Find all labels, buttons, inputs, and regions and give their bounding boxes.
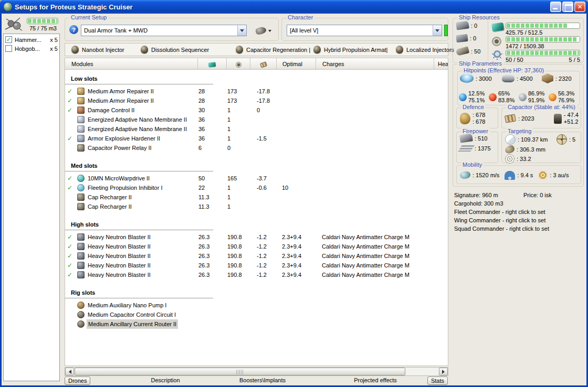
scrollbar-thumb[interactable]	[75, 368, 405, 375]
subsystem-item[interactable]: Nanobot Injector	[71, 46, 124, 53]
module-row[interactable]: Medium Auxiliary Nano Pump I	[65, 300, 448, 310]
module-powergrid: 190.8	[227, 251, 242, 261]
module-row[interactable]: ✓Heavy Neutron Blaster II26.3190.8-1.22.…	[65, 261, 448, 270]
module-row[interactable]: ✓Medium Armor Repairer II28173-17.8	[65, 87, 448, 96]
module-powergrid: 1	[227, 134, 230, 143]
kinetic-resist-icon	[519, 93, 527, 101]
module-powergrid: 0	[227, 143, 230, 153]
setup-combobox[interactable]: Dual Armor Tank + MWD	[81, 25, 247, 36]
hitpoints-group: Hitpoints (Effective HP: 37,360) : 3000:…	[457, 71, 580, 105]
blaster-icon	[77, 271, 85, 278]
module-name: Fleeting Propulsion Inhibitor I	[88, 183, 162, 192]
max-velocity: : 1520 m/s	[472, 172, 499, 178]
fitted-check-icon: ✓	[67, 251, 72, 261]
combobox-arrow-icon[interactable]	[433, 25, 442, 36]
setup-combobox-value: Dual Armor Tank + MWD	[81, 27, 237, 34]
shield-hp-icon	[460, 74, 474, 83]
blaster-icon	[77, 252, 85, 260]
module-row[interactable]: ✓Fleeting Propulsion Inhibitor I221-0.61…	[65, 183, 448, 192]
drone-list-item[interactable]: Hobgob...x 5	[4, 44, 59, 53]
cap-power-relay-icon	[77, 144, 85, 152]
maximize-button[interactable]	[562, 2, 573, 12]
resource-used-total: 425.75 / 512.5	[506, 29, 542, 36]
module-row[interactable]: Cap Recharger II11.31	[65, 192, 448, 202]
tab-projected-effects[interactable]: Projected effects	[354, 377, 397, 383]
tab-description[interactable]: Description	[151, 377, 180, 383]
fitted-check-icon: ✓	[67, 174, 72, 183]
module-name: Medium Ancillary Current Router II	[87, 319, 178, 329]
module-row[interactable]: Capacitor Power Relay II60	[65, 143, 448, 153]
module-row[interactable]: ✓Armor Explosive Hardener II361-1.5	[65, 134, 448, 143]
thermal-resist-icon	[549, 93, 556, 101]
minimize-button[interactable]	[550, 2, 561, 12]
fitted-check-icon: ✓	[67, 232, 72, 242]
drone-list-item[interactable]: ✓Hammer...x 5	[4, 35, 59, 44]
resist-values: 65%83.8%	[498, 90, 514, 104]
character-combobox[interactable]: [All level V]	[287, 25, 442, 36]
module-cpu: 26.3	[198, 261, 209, 270]
module-row[interactable]: ✓Heavy Neutron Blaster II26.3190.8-1.22.…	[65, 232, 448, 242]
module-row[interactable]: ✓Heavy Neutron Blaster II26.3190.8-1.22.…	[65, 270, 448, 280]
module-row[interactable]: ✓Heavy Neutron Blaster II26.3190.8-1.22.…	[65, 242, 448, 251]
module-row[interactable]: Medium Capacitor Control Circuit I	[65, 310, 448, 319]
armor-resist: 91.9%	[528, 97, 544, 104]
resource-slot-value: : 0	[471, 23, 477, 29]
module-row[interactable]: Medium Ancillary Current Router II	[65, 319, 448, 329]
module-row[interactable]: ✓Damage Control II3010	[65, 105, 448, 115]
drone-checkbox[interactable]: ✓	[5, 36, 12, 43]
subsystem-name: Localized Injectors	[406, 47, 454, 53]
close-button[interactable]: ✕	[574, 2, 585, 12]
drone-list[interactable]: ✓Hammer...x 5Hobgob...x 5	[3, 34, 60, 381]
structure-hp-icon	[542, 73, 553, 83]
hitpoint-value: : 3000	[476, 76, 492, 82]
subsystem-item[interactable]: Dissolution Sequencer	[141, 46, 209, 53]
capacitor-peak-minus: - 47.4	[564, 112, 579, 119]
drone-checkbox[interactable]	[5, 45, 12, 52]
drone-bay-panel: 75 / 75 m3 ✓Hammer...x 5Hobgob...x 5	[2, 14, 61, 385]
slot-section: Rig slotsMedium Auxiliary Nano Pump IMed…	[65, 288, 448, 329]
scroll-right-button[interactable]	[439, 368, 448, 375]
ship-resources-group: Ship Resources : 0: 0: 50 425.75 / 512.5…	[453, 18, 584, 63]
squad-commander-setting[interactable]: Squad Commander - right click to set	[454, 224, 582, 233]
module-row[interactable]: ✓10MN MicroWarpdrive II50165-3.7	[65, 174, 448, 183]
subsystem-toolbar: Nanobot InjectorDissolution SequencerCap…	[65, 43, 448, 56]
fitted-check-icon: ✓	[67, 105, 72, 115]
charges-column-header: Charges	[316, 58, 434, 70]
volley-value: : 510	[475, 135, 487, 142]
module-charge: Caldari Navy Antimatter Charge M	[322, 261, 410, 270]
subsystem-item[interactable]: Localized Injectors	[396, 46, 454, 53]
slot-section-rows: ✓10MN MicroWarpdrive II50165-3.7✓Fleetin…	[65, 174, 448, 211]
module-charge: Caldari Navy Antimatter Charge M	[322, 232, 410, 242]
dps-icon	[458, 145, 474, 152]
armor-resist: 83.8%	[498, 97, 514, 104]
resist-values: 56.3%76.9%	[558, 90, 574, 104]
module-row[interactable]: Cap Recharger II11.31	[65, 202, 448, 211]
prop-inhibitor-icon	[77, 184, 85, 191]
tab-drones[interactable]: Drones	[65, 377, 90, 385]
module-cpu: 36	[198, 115, 205, 124]
scroll-left-button[interactable]	[65, 368, 74, 375]
combobox-arrow-icon[interactable]	[237, 25, 246, 36]
module-row[interactable]: Energized Adaptive Nano Membrane II361	[65, 115, 448, 124]
module-row[interactable]: ✓Heavy Neutron Blaster II26.3190.8-1.22.…	[65, 251, 448, 261]
resist-group: 86.9%91.9%	[519, 90, 549, 104]
module-row[interactable]: Energized Adaptive Nano Membrane II361	[65, 124, 448, 134]
ship-menu-button[interactable]	[253, 25, 274, 36]
module-row[interactable]: ✓Medium Armor Repairer II28173-17.8	[65, 96, 448, 105]
subsystem-name: Hybrid Propulsion Armat|	[324, 47, 387, 53]
fleet-commander-setting[interactable]: Fleet Commander - right click to set	[454, 208, 582, 216]
subsystem-icon	[236, 46, 243, 53]
drone-bay-icon	[4, 17, 24, 33]
module-optimal: 2.3+9.4	[282, 251, 301, 261]
tab-stats[interactable]: Stats	[427, 377, 448, 385]
tab-boosters-implants[interactable]: Boosters\Implants	[239, 377, 286, 383]
calibration-icon	[456, 46, 469, 56]
subsystem-item[interactable]: Capacitor Regeneration |	[236, 46, 310, 53]
current-setup-group: Current Setup ? Dual Armor Tank + MWD	[65, 18, 279, 41]
wing-commander-setting[interactable]: Wing Commander - right click to set	[454, 216, 582, 224]
horizontal-scrollbar[interactable]	[65, 367, 448, 376]
module-powergrid: 1	[227, 115, 230, 124]
subsystem-item[interactable]: Hybrid Propulsion Armat|	[313, 46, 387, 53]
help-icon[interactable]: ?	[69, 25, 78, 34]
ship-resources-label: Ship Resources	[457, 14, 501, 20]
